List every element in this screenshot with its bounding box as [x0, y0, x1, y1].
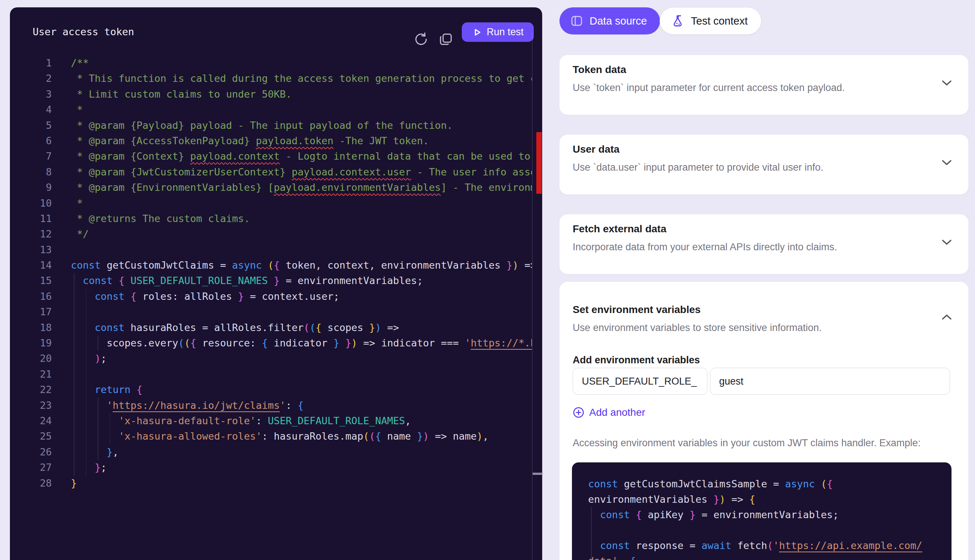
- env-value-input[interactable]: [710, 368, 950, 395]
- add-env-variables-label: Add environment variables: [573, 355, 700, 366]
- add-another-label: Add another: [589, 407, 645, 418]
- tab-data-source[interactable]: Data source: [560, 7, 660, 35]
- code-line[interactable]: 15 const { USER_DEFAULT_ROLE_NAMES } = e…: [10, 273, 532, 288]
- chevron-up-icon[interactable]: [941, 313, 952, 321]
- line-number: 6: [10, 133, 52, 148]
- code-line[interactable]: 24 'x-hasura-default-role': USER_DEFAULT…: [10, 413, 532, 428]
- code-line[interactable]: 4 *: [10, 102, 532, 117]
- code-line[interactable]: const { apiKey } = environmentVariables;: [588, 507, 952, 523]
- code-line[interactable]: 12 */: [10, 227, 532, 242]
- code-line[interactable]: 14const getCustomJwtClaims = async ({ to…: [10, 258, 532, 273]
- tab-data-source-label: Data source: [590, 15, 647, 27]
- line-number: 12: [10, 227, 52, 242]
- card-desc: Use environment variables to store sensi…: [573, 322, 822, 333]
- card-user-data[interactable]: User data Use `data.user` input paramete…: [560, 135, 968, 195]
- code-line[interactable]: const getCustomJwtClaimsSample = async (…: [588, 476, 952, 492]
- code-editor-panel: User access token Run test 1/**2 * This …: [10, 7, 542, 560]
- line-number: 4: [10, 102, 52, 117]
- card-token-data[interactable]: Token data Use `token` input parameter f…: [560, 55, 968, 115]
- copy-button[interactable]: [438, 31, 454, 47]
- line-number: 7: [10, 148, 52, 164]
- code-line[interactable]: 11 * @returns The custom claims.: [10, 211, 532, 227]
- code-line[interactable]: const response = await fetch('https://ap…: [588, 538, 952, 553]
- line-number: 15: [10, 273, 52, 288]
- code-line[interactable]: 17: [10, 304, 532, 320]
- line-number: 16: [10, 289, 52, 304]
- line-number: 19: [10, 335, 52, 351]
- code-line[interactable]: 13: [10, 242, 532, 258]
- env-key-input[interactable]: [573, 368, 707, 395]
- jwt-claims-editor-page: User access token Run test 1/**2 * This …: [0, 0, 975, 560]
- code-line[interactable]: 21: [10, 367, 532, 382]
- tab-test-context-label: Test context: [691, 15, 748, 27]
- line-number: 9: [10, 180, 52, 195]
- line-number: 2: [10, 71, 52, 86]
- editor-title: User access token: [33, 26, 134, 38]
- plus-circle-icon: [573, 407, 584, 418]
- code-line[interactable]: data', {: [588, 553, 952, 560]
- code-line[interactable]: 3 * Limit custom claims to under 50KB.: [10, 87, 532, 102]
- code-line[interactable]: 20 );: [10, 351, 532, 366]
- code-line[interactable]: 7 * @param {Context} payload.context - L…: [10, 148, 532, 164]
- env-example-caption: Accessing environment variables in your …: [573, 437, 921, 449]
- cursor-position-marker: [533, 473, 543, 475]
- line-number: 8: [10, 164, 52, 180]
- code-line[interactable]: 19 scopes.every(({ resource: { indicator…: [10, 335, 532, 351]
- line-number: 22: [10, 382, 52, 397]
- sample-code-block: const getCustomJwtClaimsSample = async (…: [572, 462, 952, 560]
- card-fetch-external-data[interactable]: Fetch external data Incorporate data fro…: [560, 214, 968, 274]
- line-number: 3: [10, 87, 52, 102]
- code-line[interactable]: 26 },: [10, 444, 532, 460]
- line-number: 24: [10, 413, 52, 428]
- code-line[interactable]: 6 * @param {AccessTokenPayload} payload.…: [10, 133, 532, 148]
- code-area[interactable]: 1/**2 * This function is called during t…: [10, 55, 532, 491]
- line-number: 23: [10, 398, 52, 413]
- code-line[interactable]: [588, 523, 952, 538]
- refresh-button[interactable]: [413, 31, 429, 47]
- flask-icon: [671, 14, 684, 28]
- copy-icon: [438, 31, 454, 47]
- code-line[interactable]: 16 const { roles: allRoles } = context.u…: [10, 289, 532, 304]
- card-title: User data: [573, 143, 620, 155]
- line-number: 13: [10, 242, 52, 258]
- line-number: 26: [10, 444, 52, 460]
- line-number: 1: [10, 55, 52, 71]
- code-line[interactable]: 1/**: [10, 55, 532, 71]
- line-number: 18: [10, 320, 52, 335]
- line-number: 27: [10, 460, 52, 475]
- line-number: 14: [10, 258, 52, 273]
- line-number: 10: [10, 196, 52, 211]
- overview-ruler-divider: [532, 33, 533, 560]
- line-number: 21: [10, 367, 52, 382]
- code-line[interactable]: 2 * This function is called during the a…: [10, 71, 532, 86]
- card-desc: Use `token` input parameter for current …: [573, 82, 845, 93]
- run-test-label: Run test: [487, 27, 524, 38]
- add-another-button[interactable]: Add another: [573, 407, 645, 418]
- play-icon: [472, 27, 482, 37]
- line-number: 17: [10, 304, 52, 320]
- code-line[interactable]: 18 const hasuraRoles = allRoles.filter((…: [10, 320, 532, 335]
- code-line[interactable]: 9 * @param {EnvironmentVariables} [paylo…: [10, 180, 532, 195]
- code-line[interactable]: 25 'x-hasura-allowed-roles': hasuraRoles…: [10, 428, 532, 444]
- chevron-down-icon[interactable]: [941, 238, 952, 246]
- code-line[interactable]: 23 'https://hasura.io/jwt/claims': {: [10, 398, 532, 413]
- card-title: Token data: [573, 64, 626, 76]
- card-title: Fetch external data: [573, 223, 666, 235]
- code-line[interactable]: 10 *: [10, 196, 532, 211]
- line-number: 25: [10, 428, 52, 444]
- code-line[interactable]: 22 return {: [10, 382, 532, 397]
- code-line[interactable]: 28}: [10, 476, 532, 491]
- code-line[interactable]: environmentVariables }) => {: [588, 492, 952, 507]
- card-desc: Incorporate data from your external APIs…: [573, 242, 837, 253]
- card-set-environment-variables: Set environment variables Use environmen…: [560, 282, 968, 560]
- line-number: 28: [10, 476, 52, 491]
- code-line[interactable]: 5 * @param {Payload} payload - The input…: [10, 118, 532, 133]
- run-test-button[interactable]: Run test: [462, 22, 534, 42]
- code-line[interactable]: 27 };: [10, 460, 532, 475]
- card-title: Set environment variables: [573, 304, 701, 316]
- chevron-down-icon[interactable]: [941, 159, 952, 166]
- tab-test-context[interactable]: Test context: [660, 7, 762, 35]
- refresh-icon: [413, 31, 429, 47]
- code-line[interactable]: 8 * @param {JwtCustomizerUserContext} pa…: [10, 164, 532, 180]
- chevron-down-icon[interactable]: [941, 79, 952, 87]
